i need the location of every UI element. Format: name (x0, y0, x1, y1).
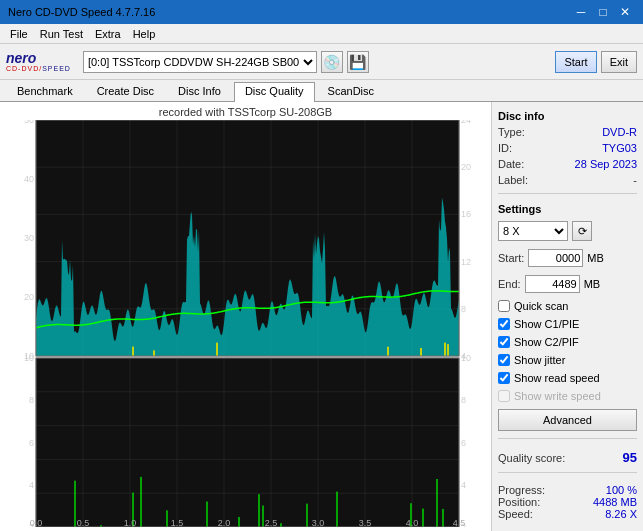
start-button[interactable]: Start (555, 51, 596, 73)
drive-selector[interactable]: [0:0] TSSTcorp CDDVDW SH-224GB SB00 (83, 51, 317, 73)
position-row: Position: 4488 MB (498, 496, 637, 508)
progress-value: 100 % (606, 484, 637, 496)
disc-date-value: 28 Sep 2023 (575, 158, 637, 170)
divider-1 (498, 193, 637, 194)
minimize-button[interactable]: ─ (571, 4, 591, 20)
main-content: recorded with TSSTcorp SU-208GB Disc inf… (0, 102, 643, 531)
start-unit: MB (587, 252, 604, 264)
show-c1pie-label: Show C1/PIE (514, 318, 579, 330)
show-write-speed-row: Show write speed (498, 390, 637, 402)
chart-title: recorded with TSSTcorp SU-208GB (4, 106, 487, 118)
show-write-speed-label: Show write speed (514, 390, 601, 402)
tab-disc-quality[interactable]: Disc Quality (234, 82, 315, 102)
tab-bar: Benchmark Create Disc Disc Info Disc Qua… (0, 80, 643, 102)
show-read-speed-label: Show read speed (514, 372, 600, 384)
show-c2pif-checkbox[interactable] (498, 336, 510, 348)
position-label: Position: (498, 496, 540, 508)
show-c1pie-row: Show C1/PIE (498, 318, 637, 330)
disc-info-title: Disc info (498, 110, 637, 122)
disc-id-value: TYG03 (602, 142, 637, 154)
disc-type-label: Type: (498, 126, 525, 138)
end-row: End: MB (498, 275, 637, 293)
titlebar: Nero CD-DVD Speed 4.7.7.16 ─ □ ✕ (0, 0, 643, 24)
show-jitter-row: Show jitter (498, 354, 637, 366)
refresh-icon[interactable]: ⟳ (572, 221, 592, 241)
disc-eject-icon[interactable]: 💿 (321, 51, 343, 73)
disc-date-row: Date: 28 Sep 2023 (498, 158, 637, 170)
end-unit: MB (584, 278, 601, 290)
right-panel: Disc info Type: DVD-R ID: TYG03 Date: 28… (491, 102, 643, 531)
end-input[interactable] (525, 275, 580, 293)
start-row: Start: MB (498, 249, 637, 267)
quick-scan-row: Quick scan (498, 300, 637, 312)
chart-container (4, 120, 487, 527)
end-label: End: (498, 278, 521, 290)
show-read-speed-row: Show read speed (498, 372, 637, 384)
disc-label-row: Label: - (498, 174, 637, 186)
show-c2pif-row: Show C2/PIF (498, 336, 637, 348)
progress-section: Progress: 100 % Position: 4488 MB Speed:… (498, 484, 637, 520)
quality-score-value: 95 (623, 450, 637, 465)
progress-row: Progress: 100 % (498, 484, 637, 496)
divider-2 (498, 438, 637, 439)
menu-extra[interactable]: Extra (89, 27, 127, 41)
speed-value: 8.26 X (605, 508, 637, 520)
quick-scan-checkbox[interactable] (498, 300, 510, 312)
position-value: 4488 MB (593, 496, 637, 508)
speed-row-progress: Speed: 8.26 X (498, 508, 637, 520)
show-c1pie-checkbox[interactable] (498, 318, 510, 330)
disc-type-value: DVD-R (602, 126, 637, 138)
menu-file[interactable]: File (4, 27, 34, 41)
show-write-speed-checkbox[interactable] (498, 390, 510, 402)
tab-benchmark[interactable]: Benchmark (6, 82, 84, 101)
disc-type-row: Type: DVD-R (498, 126, 637, 138)
speed-row: 8 X 4 X 12 X 16 X ⟳ (498, 221, 637, 241)
maximize-button[interactable]: □ (593, 4, 613, 20)
menubar: File Run Test Extra Help (0, 24, 643, 44)
close-button[interactable]: ✕ (615, 4, 635, 20)
progress-label: Progress: (498, 484, 545, 496)
show-c2pif-label: Show C2/PIF (514, 336, 579, 348)
start-label: Start: (498, 252, 524, 264)
start-input[interactable] (528, 249, 583, 267)
divider-3 (498, 472, 637, 473)
speed-label: Speed: (498, 508, 533, 520)
quality-score-row: Quality score: 95 (498, 450, 637, 465)
speed-selector[interactable]: 8 X 4 X 12 X 16 X (498, 221, 568, 241)
chart-area: recorded with TSSTcorp SU-208GB (0, 102, 491, 531)
disc-date-label: Date: (498, 158, 524, 170)
advanced-button[interactable]: Advanced (498, 409, 637, 431)
disc-id-row: ID: TYG03 (498, 142, 637, 154)
tab-scan-disc[interactable]: ScanDisc (317, 82, 385, 101)
disc-quality-chart (4, 120, 487, 527)
show-jitter-checkbox[interactable] (498, 354, 510, 366)
quality-score-label: Quality score: (498, 452, 565, 464)
tab-create-disc[interactable]: Create Disc (86, 82, 165, 101)
show-jitter-label: Show jitter (514, 354, 565, 366)
disc-label-value: - (633, 174, 637, 186)
quick-scan-label: Quick scan (514, 300, 568, 312)
settings-title: Settings (498, 203, 637, 215)
titlebar-title: Nero CD-DVD Speed 4.7.7.16 (8, 6, 155, 18)
menu-help[interactable]: Help (127, 27, 162, 41)
save-icon[interactable]: 💾 (347, 51, 369, 73)
tab-disc-info[interactable]: Disc Info (167, 82, 232, 101)
toolbar: nero CD-DVD/SPEED [0:0] TSSTcorp CDDVDW … (0, 44, 643, 80)
menu-run-test[interactable]: Run Test (34, 27, 89, 41)
exit-button[interactable]: Exit (601, 51, 637, 73)
titlebar-controls: ─ □ ✕ (571, 4, 635, 20)
show-read-speed-checkbox[interactable] (498, 372, 510, 384)
disc-id-label: ID: (498, 142, 512, 154)
disc-label-label: Label: (498, 174, 528, 186)
